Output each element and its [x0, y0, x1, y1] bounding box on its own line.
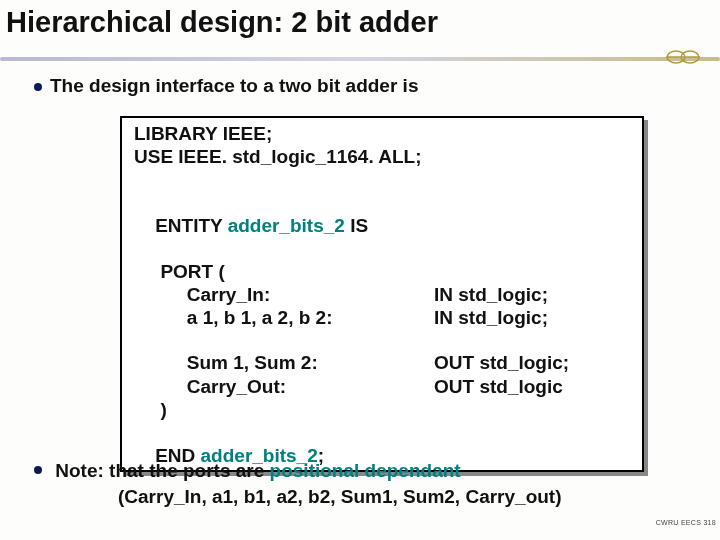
footer-text: CWRU EECS 318	[656, 519, 716, 526]
code-line: PORT (	[134, 260, 630, 283]
bullet-icon	[34, 83, 42, 91]
code-line: )	[134, 398, 630, 421]
code-line: Sum 1, Sum 2: OUT std_logic;	[134, 351, 630, 374]
divider	[0, 47, 720, 67]
note-emphasis: positional dependant	[270, 460, 461, 481]
code-line: ENTITY adder_bits_2 IS	[134, 190, 630, 260]
bullet-intro: The design interface to a two bit adder …	[0, 73, 720, 101]
code-line: a 1, b 1, a 2, b 2: IN std_logic;	[134, 306, 630, 329]
slide-title: Hierarchical design: 2 bit adder	[0, 0, 720, 47]
divider-ornament-icon	[666, 49, 700, 65]
code-line: USE IEEE. std_logic_1164. ALL;	[134, 145, 630, 168]
entity-name: adder_bits_2	[228, 215, 345, 236]
bullet-intro-text: The design interface to a two bit adder …	[50, 75, 418, 97]
code-line: Carry_In: IN std_logic;	[134, 283, 630, 306]
note-line-2: (Carry_In, a1, b1, a2, b2, Sum1, Sum2, C…	[34, 486, 694, 508]
code-line: LIBRARY IEEE;	[134, 122, 630, 145]
note-block: Note: that the ports are positional depe…	[34, 460, 694, 508]
note-line-1: Note: that the ports are positional depe…	[34, 460, 694, 482]
bullet-icon	[34, 466, 42, 474]
code-line: Carry_Out: OUT std_logic	[134, 375, 630, 398]
code-box: LIBRARY IEEE; USE IEEE. std_logic_1164. …	[120, 116, 644, 472]
